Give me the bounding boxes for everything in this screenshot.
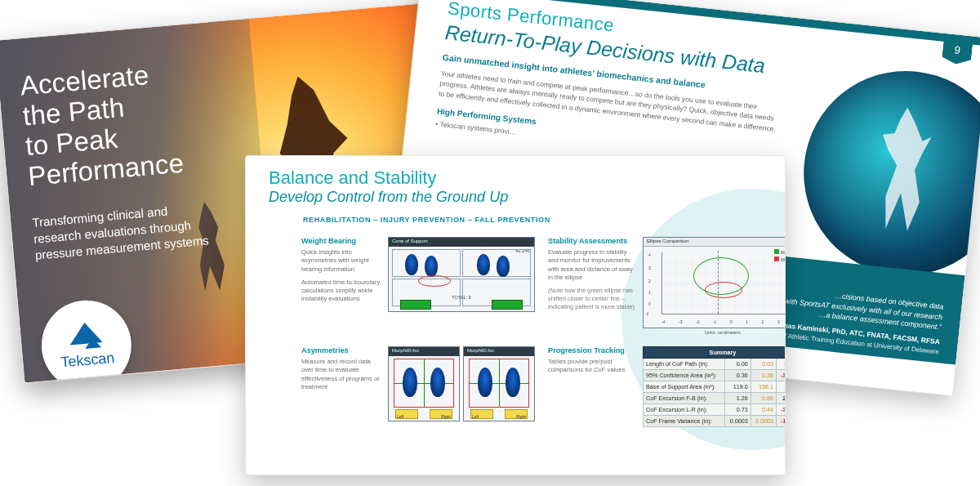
- ellipse-red: [705, 282, 742, 298]
- page-number-badge: 9: [942, 33, 974, 66]
- metric-pct-change: 21.8%: [776, 393, 786, 404]
- chart-legend: Morph60 Morph60: [774, 249, 786, 263]
- table-row: CoF Frame Variance (in):0.00030.0003-10.…: [644, 416, 786, 427]
- metric-name: 95% Confidence Area (in²):: [644, 370, 725, 381]
- footprint-icon: [425, 256, 438, 277]
- cover-subtitle: Transforming clinical and research evalu…: [32, 199, 215, 265]
- progression-text: Progression Tracking Tables provide pre/…: [548, 346, 638, 427]
- metric-pct-change: -10.5%: [776, 416, 786, 427]
- progression-label: Progression Tracking: [548, 346, 638, 354]
- table-header: Summary: [644, 347, 786, 359]
- cover-text-overlay: Accelerate the Path to Peak Performance …: [0, 19, 278, 383]
- metric-value-pre: 0.73: [725, 404, 751, 416]
- footprint-icon: [477, 254, 490, 275]
- stability-desc: Evaluate progress in stability and monit…: [548, 248, 638, 282]
- table-row: Length of CoF Path (in):0.000.03-1.4%: [644, 359, 786, 370]
- metric-pct-change: -35.4%: [776, 404, 786, 416]
- footprint-icon: [430, 368, 445, 397]
- table-row: CoF Excursion L-R (in):0.730.44-35.4%: [644, 404, 786, 416]
- metric-name: Length of CoF Path (in):: [644, 359, 725, 370]
- weight-bearing-label: Weight Bearing: [301, 237, 383, 245]
- stability-label: Stability Assessments: [548, 237, 638, 245]
- metric-name: Base of Support Area (in²):: [644, 381, 725, 393]
- athlete-figure: [867, 105, 937, 232]
- x-axis-label: Units: centimeters: [644, 330, 786, 335]
- cover-title: Accelerate the Path to Peak Performance: [19, 53, 241, 192]
- progression-desc: Tables provide pre/post comparisons for …: [548, 358, 638, 375]
- metric-value-post: 156.1: [751, 381, 776, 393]
- metric-value-post: 0.03: [751, 359, 776, 370]
- tekscan-logo-text: Tekscan: [60, 349, 116, 371]
- metric-value-pre: 0.0003: [725, 416, 751, 427]
- metric-value-post: 0.68: [751, 393, 776, 404]
- progression-table-wrap: Summary Length of CoF Path (in):0.000.03…: [643, 346, 786, 427]
- weight-bearing-desc2: Automated time-to-boundary calculations …: [301, 279, 383, 304]
- legend-item: Morph60: [781, 257, 786, 262]
- center-line: [718, 251, 719, 314]
- metric-value-pre: 0.36: [725, 370, 751, 381]
- asymmetries-desc: Measure and record data over time to eva…: [301, 358, 383, 391]
- athlete-circle-image: [794, 61, 980, 286]
- table-row: 95% Confidence Area (in²):0.360.36-39.6%: [644, 370, 786, 381]
- footprint-icon: [405, 254, 418, 275]
- slide-title: Balance and Stability: [269, 167, 762, 189]
- legend-item: Morph60: [781, 250, 786, 255]
- cone-of-support-panel-wrap: Cone of Support 41.2% TOTAL: 9: [388, 237, 543, 328]
- footprint-icon: [497, 256, 510, 277]
- metric-pct-change: -1.4%: [776, 359, 786, 370]
- stability-text: Stability Assessments Evaluate progress …: [548, 237, 638, 328]
- metric-value-pre: 1.26: [725, 393, 751, 404]
- metric-value-pre: 0.00: [725, 359, 751, 370]
- footprint-icon: [478, 368, 492, 397]
- footprint-icon: [403, 368, 417, 397]
- table-row: Base of Support Area (in²):119.0156.14.7…: [644, 381, 786, 393]
- weight-bearing-desc: Quick insights into asymmetries with wei…: [301, 248, 383, 274]
- asymmetries-panel-wrap: Morph60.fsx Left Right: [388, 346, 543, 427]
- cone-of-support-panel: Cone of Support 41.2% TOTAL: 9: [388, 237, 535, 312]
- metric-name: CoF Excursion L-R (in):: [644, 404, 725, 416]
- table-row: CoF Excursion F-B (in):1.260.6821.8%: [644, 393, 786, 404]
- metric-value-post: 0.44: [751, 404, 776, 416]
- foot-pressure-panel-right: Morph60.fsx Left Right: [463, 346, 535, 421]
- panel-titlebar: Ellipse Comparison: [644, 238, 786, 247]
- balance-stability-slide: Balance and Stability Develop Control fr…: [245, 155, 786, 475]
- panel-total-label: TOTAL: 9: [389, 295, 534, 300]
- progression-table: Summary Length of CoF Path (in):0.000.03…: [643, 346, 786, 427]
- slide-subtitle: Develop Control from the Ground Up: [269, 189, 762, 206]
- ellipse-comparison-panel: Ellipse Comparison 4 3 2 1 0 -2: [643, 237, 786, 328]
- weight-bearing-text: Weight Bearing Quick insights into asymm…: [301, 237, 383, 328]
- foot-pressure-panel-left: Morph60.fsx Left Right: [388, 346, 460, 421]
- asymmetries-label: Asymmetries: [301, 346, 383, 354]
- chart-axes: [662, 252, 786, 314]
- stability-note: (Note how the green ellipse has shifted …: [548, 287, 638, 311]
- ellipse-chart-wrap: Ellipse Comparison 4 3 2 1 0 -2: [643, 237, 786, 328]
- metric-pct-change: -39.6%: [776, 370, 786, 381]
- category-tags: REHABILITATION – INJURY PREVENTION – FAL…: [303, 216, 762, 224]
- panel-titlebar: Cone of Support: [389, 238, 534, 247]
- tekscan-logo-icon: [84, 337, 101, 349]
- metric-name: CoF Frame Variance (in):: [644, 416, 725, 427]
- metric-value-post: 0.0003: [751, 416, 776, 427]
- ellipse-indicator: [418, 275, 451, 287]
- panel-titlebar: Morph60.fsx: [464, 347, 534, 356]
- metric-value-pre: 119.0: [725, 381, 751, 393]
- metric-name: CoF Excursion F-B (in):: [644, 393, 725, 404]
- metric-value-post: 0.36: [751, 370, 776, 381]
- metric-pct-change: 4.7%: [776, 381, 786, 393]
- footprint-icon: [506, 368, 520, 397]
- asymmetries-text: Asymmetries Measure and record data over…: [301, 346, 383, 427]
- panel-titlebar: Morph60.fsx: [389, 347, 459, 356]
